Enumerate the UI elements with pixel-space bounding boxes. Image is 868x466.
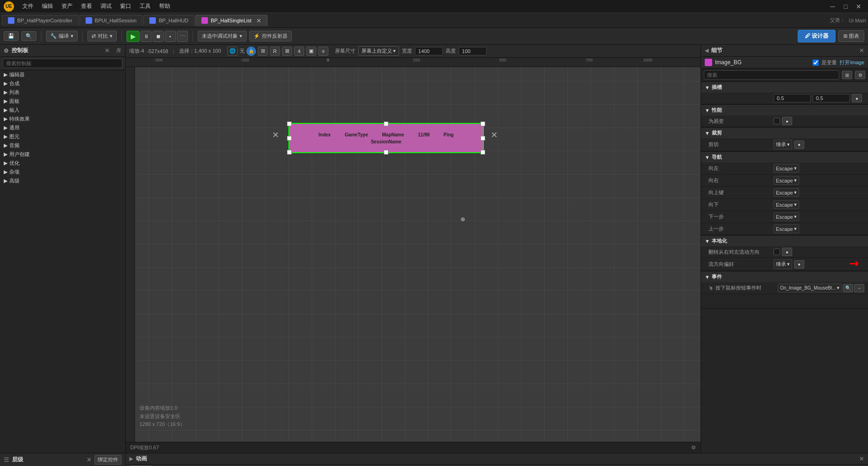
category-advanced[interactable]: ▶高级 [0,176,125,185]
reflect-button[interactable]: ⚡ 控件反射器 [249,31,292,41]
prop-section-performance-header[interactable]: ▼ 性能 [701,105,868,115]
menu-file[interactable]: 文件 [19,1,37,11]
canvas-settings-button[interactable]: ⚙ [691,445,696,451]
prop-var-dot-btn[interactable]: ● [782,117,792,125]
detail-settings-icon-btn[interactable]: ⚙ [855,71,865,79]
compile-button[interactable]: 🔧 编译 ▾ [46,31,78,41]
is-variable-checkbox[interactable] [813,60,819,66]
mouse-btn-search-icon[interactable]: 🔍 [843,284,853,292]
bind-controls-button[interactable]: 绑定控件 [94,455,121,465]
menu-window[interactable]: 窗口 [116,1,135,11]
category-editor[interactable]: ▶编辑器 [0,70,125,79]
stop-button[interactable]: ⏹ [153,31,164,42]
screen-preset-selector[interactable]: 屏幕上自定义▾ [358,46,399,56]
handle-ml[interactable] [287,136,292,141]
handle-bl[interactable] [287,150,292,155]
search-button[interactable]: 🔍 [21,31,36,41]
handle-tm[interactable] [384,122,388,126]
menu-asset[interactable]: 资产 [58,1,76,11]
more-button[interactable]: ⋯ [177,31,188,42]
category-primitive[interactable]: ▶图元 [0,132,125,141]
handle-tr[interactable] [481,122,485,126]
skip-button[interactable]: ▪ [165,31,176,42]
nav-prev-dropdown[interactable]: Escape▾ [774,224,799,233]
nav-left-dropdown[interactable]: Escape▾ [774,164,799,173]
menu-tools[interactable]: 工具 [136,1,154,11]
grid-view-icon[interactable]: ⊞ [258,47,268,56]
compare-button[interactable]: ⇄ 对比 ▾ [87,31,117,41]
flow-dot-btn[interactable]: ● [794,260,804,269]
category-input[interactable]: ▶输入 [0,106,125,115]
transform-icon[interactable]: R [270,47,280,56]
grid-snap-icon[interactable]: ⊠ [282,47,292,56]
animation-close[interactable]: ✕ [859,455,864,462]
mouse-btn-nav-icon[interactable]: → [854,284,864,292]
nav-right-dropdown[interactable]: Escape▾ [774,176,799,185]
handle-mr[interactable] [481,136,485,141]
close-button[interactable]: ✕ [853,2,864,11]
prop-dot-btn[interactable]: ● [852,94,862,102]
prop-section-localization-header[interactable]: ▼ 本地化 [701,236,868,246]
detail-search-input[interactable] [704,70,839,80]
tab-bp-hallsinglelist[interactable]: BP_HallSingleList ✕ [195,15,267,26]
menu-debug[interactable]: 调试 [97,1,115,11]
hierarchy-close[interactable]: ✕ [87,456,92,463]
controls-panel-close[interactable]: ✕ [105,47,110,54]
nav-up-dropdown[interactable]: Escape▾ [774,188,799,197]
prop-y-input[interactable] [813,94,850,102]
clip-dropdown[interactable]: 继承 ▾ [774,140,792,149]
tab-bp-hallplayer[interactable]: BP_HallPlayerController [2,15,79,26]
category-list[interactable]: ▶列表 [0,88,125,97]
rtl-checkbox[interactable] [774,249,780,255]
category-common[interactable]: ▶通用 [0,123,125,132]
menu-view[interactable]: 查看 [77,1,96,11]
tab-bpui-hallsession[interactable]: BPUI_HallSession [80,15,143,26]
controls-search-input[interactable] [3,59,122,68]
category-panel[interactable]: ▶面板 [0,97,125,106]
is-variable-checkbox-box[interactable] [774,118,780,124]
height-input[interactable] [459,47,487,55]
debug-object-selector[interactable]: 未选中调试对象 ▾ [198,31,247,41]
width-input[interactable] [415,47,443,55]
library-label[interactable]: 库 [116,47,121,54]
tab-close-bp-hallsinglelist[interactable]: ✕ [256,17,261,24]
save-button[interactable]: 💾 [4,31,19,41]
detail-grid-icon-btn[interactable]: ⊞ [842,71,852,79]
open-image-link[interactable]: 打开Image [840,59,864,66]
prop-section-events-header[interactable]: ▼ 事件 [701,271,868,282]
category-composite[interactable]: ▶合成 [0,79,125,88]
minimize-button[interactable]: ─ [827,2,838,11]
category-user[interactable]: ▶用户创建 [0,150,125,159]
globe-icon[interactable]: 🌐 [227,47,238,56]
graph-mode-button[interactable]: ⊞ 图表 [838,30,864,42]
clip-dot-btn[interactable]: ● [794,141,804,149]
tab-bp-hallhud[interactable]: BP_HallHUD [143,15,194,26]
handle-br[interactable] [481,150,485,155]
prop-section-transform-header[interactable]: ▼ 插槽 [701,82,868,93]
prop-section-navigation-header[interactable]: ▼ 导航 [701,152,868,162]
pixel-icon[interactable]: ▣ [306,47,316,56]
nav-down-dropdown[interactable]: Escape▾ [774,200,799,209]
handle-bm[interactable] [384,150,388,155]
handle-tl[interactable] [287,122,292,126]
maximize-button[interactable]: □ [840,2,851,11]
canvas-grid[interactable]: -500 -250 0 250 500 750 1000 0 [126,58,701,442]
lock-icon[interactable]: 🔒 [247,47,256,56]
prop-x-input[interactable] [774,94,811,102]
prop-section-clipping-header[interactable]: ▼ 裁剪 [701,128,868,138]
canvas-widget-image-bg[interactable]: Index GameType MapName 11/99 Ping Sessio… [288,123,484,153]
nav-next-dropdown[interactable]: Escape▾ [774,212,799,221]
rtl-dot-btn[interactable]: ● [782,248,792,256]
menu-edit[interactable]: 编辑 [38,1,57,11]
menu-help[interactable]: 帮助 [155,1,174,11]
num-4-icon[interactable]: 4 [294,47,304,56]
play-button[interactable]: ▶ [127,31,140,42]
design-mode-button[interactable]: 🖊 设计器 [798,30,835,42]
detail-panel-close[interactable]: ✕ [859,47,864,54]
category-optimize[interactable]: ▶优化 [0,159,125,168]
bar-icon[interactable]: ≡ [318,47,328,56]
category-misc[interactable]: ▶杂项 [0,168,125,176]
pause-button[interactable]: ⏸ [140,31,152,42]
mouse-btn-dropdown[interactable]: On_Image_BG_MouseBt... ▾ [778,284,842,292]
category-fx[interactable]: ▶特殊效果 [0,115,125,123]
